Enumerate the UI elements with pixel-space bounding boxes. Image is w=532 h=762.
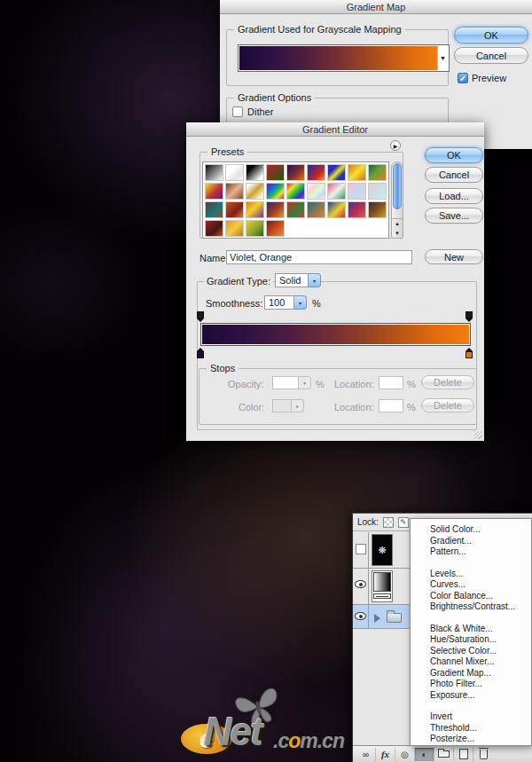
menu-item-brightness-contrast[interactable]: Brightness/Contrast... [411, 601, 531, 613]
gradient-preset-30[interactable] [246, 220, 264, 237]
lock-label: Lock: [357, 517, 379, 527]
gradient-preset-6[interactable] [307, 164, 325, 181]
delete-layer-icon[interactable] [473, 748, 493, 761]
gradient-preset-22[interactable] [266, 201, 285, 218]
gradient-preset-23[interactable] [286, 201, 305, 218]
adjustment-layer-icon[interactable]: ◐ [415, 748, 434, 761]
disclosure-triangle-icon[interactable] [374, 614, 380, 623]
gradient-preset-12[interactable] [246, 183, 264, 200]
gradient-preset-9[interactable] [368, 164, 387, 181]
gradient-preset-5[interactable] [286, 164, 305, 181]
gradient-preset-29[interactable] [225, 220, 244, 237]
gradient-preset-28[interactable] [205, 220, 223, 237]
menu-item-hue-saturation[interactable]: Hue/Saturation... [411, 634, 531, 646]
gradient-map-titlebar[interactable]: Gradient Map [220, 0, 532, 14]
gradient-preset-19[interactable] [205, 201, 223, 218]
save-button[interactable]: Save... [425, 208, 483, 224]
lock-paint-icon[interactable]: ✎ [398, 517, 409, 528]
layer-style-icon[interactable]: fx [376, 748, 395, 761]
gradient-preset-25[interactable] [327, 201, 346, 218]
gradient-preview[interactable] [239, 46, 437, 70]
preview-checkbox[interactable]: ✓ [458, 73, 468, 83]
color-stop-right[interactable] [465, 348, 473, 358]
menu-item-color-balance[interactable]: Color Balance... [411, 591, 531, 602]
color-swatch: ▸ [272, 399, 304, 412]
name-input[interactable] [226, 250, 412, 264]
lock-transparency-icon[interactable] [383, 517, 394, 528]
eye-icon[interactable] [355, 580, 366, 588]
scrollbar-thumb[interactable] [393, 163, 402, 209]
cancel-button[interactable]: Cancel [454, 47, 528, 64]
menu-item-threshold[interactable]: Threshold... [411, 723, 531, 735]
visibility-cell[interactable] [353, 605, 369, 628]
smoothness-combo[interactable]: 100 ▾ [264, 295, 307, 310]
gradient-preset-17[interactable] [348, 183, 366, 200]
gradient-editor-titlebar[interactable]: Gradient Editor [186, 122, 484, 137]
visibility-cell[interactable] [353, 532, 369, 568]
menu-item-solid-color[interactable]: Solid Color... [411, 524, 531, 536]
gradient-preset-2[interactable] [225, 164, 244, 181]
load-button[interactable]: Load... [425, 188, 483, 204]
scroll-up-icon[interactable]: ▲ [395, 221, 400, 226]
menu-item-levels[interactable]: Levels... [411, 569, 531, 580]
opacity-stop-right[interactable] [465, 311, 473, 322]
menu-item-gradient-map[interactable]: Gradient Map... [411, 668, 531, 680]
gradient-strip[interactable] [202, 325, 469, 344]
gradient-edit-bar[interactable] [200, 323, 471, 346]
gradient-preset-26[interactable] [348, 201, 366, 218]
new-button[interactable]: New [425, 249, 483, 264]
presets-label: Presets [207, 146, 247, 157]
gradient-preset-14[interactable] [286, 183, 305, 200]
menu-item-channel-mixer[interactable]: Channel Mixer... [411, 656, 531, 668]
menu-item-gradient[interactable]: Gradient... [411, 536, 531, 547]
cancel-button[interactable]: Cancel [425, 167, 483, 183]
new-layer-icon[interactable] [454, 748, 473, 761]
gradient-preset-15[interactable] [307, 183, 325, 200]
ok-button[interactable]: OK [425, 147, 483, 163]
link-layers-icon[interactable]: ∞ [356, 748, 376, 761]
opacity-stop-left[interactable] [196, 311, 205, 322]
menu-item-exposure[interactable]: Exposure... [411, 690, 531, 702]
gradient-type-select[interactable]: Solid ▾ [275, 273, 321, 287]
gradient-preset-27[interactable] [368, 201, 387, 218]
gradient-preset-11[interactable] [225, 183, 244, 200]
presets-scrollbar[interactable]: ▲ ▼ [391, 161, 403, 239]
gradient-dropdown-arrow-icon[interactable]: ▼ [437, 46, 448, 70]
visibility-cell[interactable] [353, 569, 369, 604]
gradient-preset-8[interactable] [348, 164, 366, 181]
menu-item-selective-color[interactable]: Selective Color... [411, 646, 531, 657]
presets-flyout-button[interactable]: ▶ [390, 140, 401, 151]
gradient-preset-13[interactable] [266, 183, 285, 200]
menu-item-black-&-white[interactable]: Black & White... [411, 624, 531, 635]
dither-checkbox[interactable] [232, 106, 243, 117]
color-location-input [379, 399, 403, 412]
layer-thumbnail[interactable]: ❋ [372, 534, 393, 566]
menu-item-invert[interactable]: Invert [411, 711, 531, 723]
gradient-preset-3[interactable] [246, 164, 264, 181]
gradient-preset-4[interactable] [266, 164, 285, 181]
color-stop-left[interactable] [196, 348, 205, 358]
add-mask-icon[interactable]: ◎ [395, 748, 415, 761]
ok-button[interactable]: OK [454, 27, 528, 43]
gradient-preset-20[interactable] [225, 201, 244, 218]
adjustment-thumbnail[interactable] [372, 570, 393, 602]
gradient-preset-24[interactable] [307, 201, 325, 218]
gradient-preset-10[interactable] [205, 183, 223, 200]
resize-grip[interactable] [474, 431, 482, 439]
menu-item-posterize[interactable]: Posterize... [411, 734, 531, 745]
gradient-preset-31[interactable] [266, 220, 285, 237]
scroll-down-icon[interactable]: ▼ [395, 231, 400, 236]
gradient-preset-16[interactable] [327, 183, 346, 200]
eye-icon[interactable] [355, 612, 366, 620]
gradient-preset-18[interactable] [368, 183, 387, 200]
menu-item-curves[interactable]: Curves... [411, 579, 531, 591]
menu-item-pattern[interactable]: Pattern... [411, 546, 531, 558]
new-group-icon[interactable] [434, 748, 454, 761]
gradient-preset-7[interactable] [327, 164, 346, 181]
menu-separator [411, 701, 531, 711]
menu-item-photo-filter[interactable]: Photo Filter... [411, 679, 531, 690]
gradient-preview-picker[interactable]: ▼ [238, 44, 450, 72]
gradient-preset-21[interactable] [246, 201, 264, 218]
visibility-off-box[interactable] [356, 544, 366, 554]
gradient-preset-1[interactable] [205, 164, 223, 181]
